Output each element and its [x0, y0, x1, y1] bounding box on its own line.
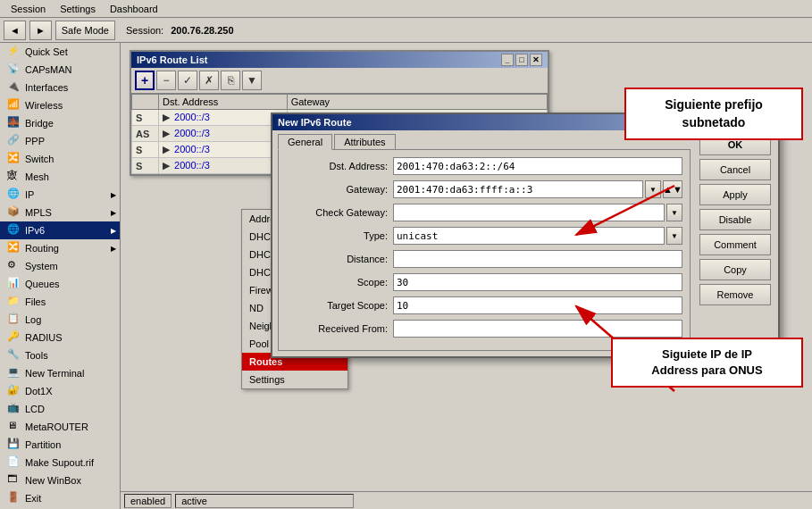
sidebar-label-newwinbox: New WinBox	[25, 475, 81, 486]
menu-dashboard[interactable]: Dashboard	[103, 2, 165, 16]
sidebar-item-ppp[interactable]: 🔗 PPP	[0, 132, 120, 150]
sidebar-item-partition[interactable]: 💾 Partition	[0, 436, 120, 454]
sidebar-label-newterminal: New Terminal	[25, 368, 84, 379]
sidebar-item-queues[interactable]: 📊 Queues	[0, 275, 120, 293]
add-route-button[interactable]: +	[135, 71, 155, 90]
sidebar-item-radius[interactable]: 🔑 RADIUS	[0, 329, 120, 346]
tab-attributes[interactable]: Attributes	[334, 134, 395, 149]
files-icon: 📁	[7, 295, 21, 309]
gateway-dropdown-btn[interactable]: ▼	[645, 180, 661, 198]
filter-button[interactable]: ▼	[242, 71, 262, 90]
type-dropdown-btn[interactable]: ▼	[666, 227, 682, 245]
cancel-button[interactable]: Cancel	[699, 159, 771, 180]
minimize-button[interactable]: _	[501, 54, 514, 66]
menu-session[interactable]: Session	[4, 2, 53, 16]
type-input[interactable]	[393, 227, 665, 245]
dst-address-label: Dst. Address:	[286, 161, 393, 171]
sidebar-item-interfaces[interactable]: 🔌 Interfaces	[0, 79, 120, 96]
check-gateway-dropdown-btn[interactable]: ▼	[666, 204, 682, 221]
menu-settings[interactable]: Settings	[53, 2, 103, 16]
sidebar-label-makesupout: Make Supout.rif	[25, 457, 94, 468]
sidebar-item-routing[interactable]: 🔀 Routing ▶	[0, 239, 120, 257]
scope-input[interactable]	[393, 273, 682, 291]
close-button[interactable]: ✕	[530, 54, 542, 66]
type-row: Type: ▼	[286, 227, 682, 245]
sidebar-item-wireless[interactable]: 📶 Wireless	[0, 96, 120, 114]
sidebar-item-newterminal[interactable]: 💻 New Terminal	[0, 364, 120, 382]
check-gateway-input-group: ▼	[393, 204, 682, 221]
sidebar-label-bridge: Bridge	[25, 118, 54, 129]
sidebar-label-capsman: CAPsMAN	[25, 64, 72, 75]
copy-route-button[interactable]: ⎘	[221, 71, 240, 90]
list-toolbar: + − ✓ ✗ ⎘ ▼	[131, 68, 548, 94]
back-button[interactable]: ◄	[4, 21, 26, 40]
distance-row: Distance:	[286, 250, 682, 268]
sidebar-item-newwinbox[interactable]: 🗔 New WinBox	[0, 471, 120, 489]
sidebar-item-dot1x[interactable]: 🔐 Dot1X	[0, 382, 120, 400]
row2-dst: ▶ 2000::/3	[159, 126, 288, 142]
check-gateway-row: Check Gateway: ▼	[286, 204, 682, 221]
row1-flag: S	[132, 110, 159, 126]
sidebar-item-exit[interactable]: 🚪 Exit	[0, 489, 120, 507]
dst-address-input[interactable]	[393, 157, 682, 175]
sidebar-item-bridge[interactable]: 🌉 Bridge	[0, 114, 120, 132]
received-from-row: Received From:	[286, 320, 682, 338]
sidebar-item-switch[interactable]: 🔀 Switch	[0, 150, 120, 168]
safe-mode-button[interactable]: Safe Mode	[55, 21, 115, 40]
ipv6-icon: 🌐	[7, 223, 21, 238]
distance-input[interactable]	[393, 250, 682, 268]
sidebar-label-ppp: PPP	[25, 136, 45, 146]
window-controls: _ □ ✕	[501, 54, 542, 66]
forward-button[interactable]: ►	[29, 21, 52, 40]
remove-route-button[interactable]: −	[156, 71, 176, 90]
quickset-icon: ⚡	[7, 45, 21, 59]
status-enabled: enabled	[124, 494, 172, 508]
expand-icon-3: ▶	[163, 144, 170, 154]
gateway-input[interactable]	[393, 180, 643, 198]
sidebar-label-metarouter: MetaROUTER	[25, 421, 88, 432]
sidebar-item-files[interactable]: 📁 Files	[0, 293, 120, 311]
comment-button[interactable]: Comment	[699, 234, 771, 255]
row4-flag: S	[132, 158, 159, 174]
ppp-icon: 🔗	[7, 134, 21, 148]
expand-icon-1: ▶	[163, 112, 170, 122]
remove-button[interactable]: Remove	[699, 284, 771, 305]
enable-route-button[interactable]: ✓	[178, 71, 197, 90]
target-scope-input[interactable]	[393, 296, 682, 314]
mesh-icon: 🕸	[7, 170, 21, 184]
sidebar-item-ip[interactable]: 🌐 IP ▶	[0, 186, 120, 204]
wireless-icon: 📶	[7, 98, 21, 113]
apply-button[interactable]: Apply	[699, 184, 771, 205]
row2-flag: AS	[132, 126, 159, 142]
expand-icon-2: ▶	[163, 128, 170, 138]
sidebar-item-tools[interactable]: 🔧 Tools	[0, 346, 120, 364]
submenu-settings[interactable]: Settings	[242, 371, 347, 388]
main-layout: ⚡ Quick Set 📡 CAPsMAN 🔌 Interfaces 📶 Wir…	[0, 43, 812, 509]
system-icon: ⚙	[7, 259, 21, 273]
sidebar-label-interfaces: Interfaces	[25, 82, 68, 93]
sidebar-item-log[interactable]: 📋 Log	[0, 311, 120, 329]
sidebar-item-system[interactable]: ⚙ System	[0, 257, 120, 275]
maximize-button[interactable]: □	[515, 54, 528, 66]
sidebar-label-mpls: MPLS	[25, 207, 52, 218]
received-from-input[interactable]	[393, 320, 682, 338]
gateway-add-btn[interactable]: ▲▼	[663, 180, 682, 198]
sidebar-item-quickset[interactable]: ⚡ Quick Set	[0, 43, 120, 61]
tab-general[interactable]: General	[278, 134, 332, 150]
session-value: 200.76.28.250	[171, 25, 233, 36]
sidebar-item-lcd[interactable]: 📺 LCD	[0, 400, 120, 418]
sidebar: ⚡ Quick Set 📡 CAPsMAN 🔌 Interfaces 📶 Wir…	[0, 43, 121, 509]
sidebar-item-mpls[interactable]: 📦 MPLS ▶	[0, 204, 120, 221]
row4-dst: ▶ 2000::/3	[159, 158, 288, 174]
sidebar-item-mesh[interactable]: 🕸 Mesh	[0, 168, 120, 186]
sidebar-item-ipv6[interactable]: 🌐 IPv6 ▶	[0, 221, 120, 239]
copy-button[interactable]: Copy	[699, 259, 771, 280]
sidebar-item-metarouter[interactable]: 🖥 MetaROUTER	[0, 418, 120, 436]
ipv6-list-titlebar: IPv6 Route List _ □ ✕	[131, 52, 548, 68]
disable-button[interactable]: Disable	[699, 209, 771, 230]
sidebar-label-ip: IP	[25, 189, 34, 200]
sidebar-item-capsman[interactable]: 📡 CAPsMAN	[0, 61, 120, 79]
sidebar-item-makesupout[interactable]: 📄 Make Supout.rif	[0, 454, 120, 471]
check-gateway-input[interactable]	[393, 204, 665, 221]
disable-route-button[interactable]: ✗	[199, 71, 219, 90]
